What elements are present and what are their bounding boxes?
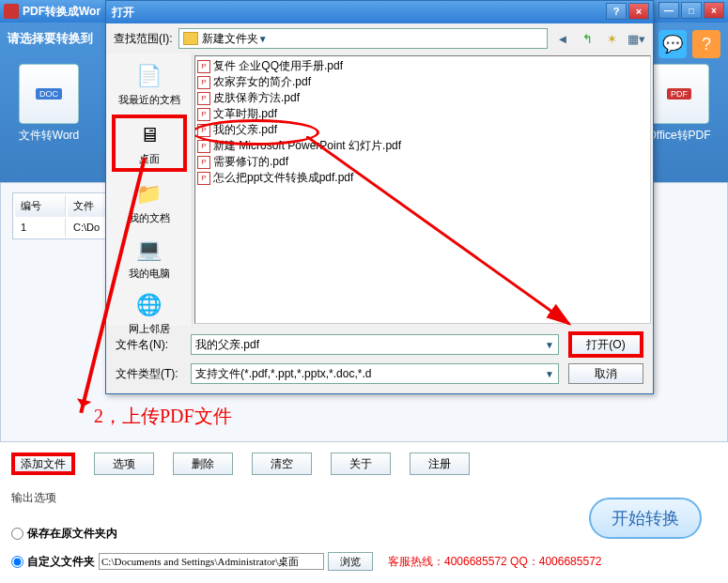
open-button[interactable]: 打开(O) (568, 331, 643, 358)
options-button[interactable]: 选项 (94, 453, 154, 475)
list-item[interactable]: P复件 企业QQ使用手册.pdf (197, 58, 648, 74)
pdf-icon: P (197, 60, 210, 73)
pdf-icon: P (197, 140, 210, 153)
col-file[interactable]: 文件 (68, 195, 106, 217)
pdf-icon: P (197, 92, 210, 105)
place-recent[interactable]: 📄我最近的文档 (112, 59, 187, 109)
add-file-button[interactable]: 添加文件 (11, 453, 75, 475)
chevron-down-icon: ▼ (545, 340, 554, 350)
list-item-selected[interactable]: P我的父亲.pdf (197, 122, 648, 138)
place-network[interactable]: 🌐网上邻居 (112, 288, 187, 338)
list-item[interactable]: P农家弃女的简介.pdf (197, 74, 648, 90)
mydocs-icon: 📁 (132, 179, 166, 209)
list-item[interactable]: P需要修订的.pdf (197, 154, 648, 170)
filename-label: 文件名(N): (116, 337, 181, 353)
recent-icon: 📄 (132, 61, 166, 91)
list-item[interactable]: P怎么把ppt文件转换成pdf.pdf (197, 170, 648, 186)
radio-same-folder-label: 保存在原文件夹内 (27, 526, 117, 542)
about-button[interactable]: 关于 (331, 453, 391, 475)
register-button[interactable]: 注册 (410, 453, 470, 475)
radio-custom-folder[interactable] (11, 556, 23, 568)
dialog-close-button[interactable]: × (628, 3, 649, 20)
chevron-down-icon: ▼ (258, 34, 268, 44)
desktop-icon: 🖥 (132, 120, 166, 150)
cancel-button[interactable]: 取消 (568, 363, 643, 384)
col-num[interactable]: 编号 (15, 195, 66, 217)
radio-same-folder[interactable] (11, 528, 23, 540)
lookin-label: 查找范围(I): (114, 31, 173, 47)
new-folder-icon[interactable]: ✶ (602, 29, 621, 48)
tile-word[interactable]: DOC 文件转Word (8, 64, 90, 144)
browse-button[interactable]: 浏览 (328, 552, 373, 571)
chevron-down-icon: ▼ (545, 369, 554, 379)
filetype-combo[interactable]: 支持文件(*.pdf,*.ppt,*.pptx,*.doc,*.d▼ (191, 363, 559, 384)
app-icon (4, 4, 19, 19)
up-icon[interactable]: ↰ (578, 29, 596, 48)
file-list[interactable]: P复件 企业QQ使用手册.pdf P农家弃女的简介.pdf P皮肤保养方法.pd… (194, 55, 651, 324)
table-header-row: 编号 文件 (15, 195, 106, 217)
pdf-icon: P (197, 124, 210, 137)
views-icon[interactable]: ▦▾ (627, 29, 645, 48)
delete-button[interactable]: 删除 (173, 453, 233, 475)
path-input[interactable] (99, 553, 324, 570)
minimize-button[interactable]: — (658, 2, 679, 19)
filetype-label: 文件类型(T): (116, 366, 181, 382)
help-icon[interactable]: ? (692, 30, 720, 58)
list-item[interactable]: P新建 Microsoft PowerPoint 幻灯片.pdf (197, 138, 648, 154)
dialog-title: 打开 (112, 5, 134, 21)
pdf-icon: P (197, 108, 210, 121)
pdf-icon: P (197, 76, 210, 89)
place-desktop[interactable]: 🖥桌面 (112, 115, 187, 172)
place-mycomputer[interactable]: 💻我的电脑 (112, 233, 187, 283)
pdf-icon: P (197, 172, 210, 185)
table-row[interactable]: 1 C:\Do (15, 219, 106, 237)
chat-icon[interactable]: 💬 (658, 30, 687, 58)
mycomputer-icon: 💻 (132, 235, 166, 265)
hotline-text: 客服热线：4006685572 QQ：4006685572 (388, 554, 601, 570)
close-button[interactable]: × (704, 2, 724, 19)
filename-combo[interactable]: 我的父亲.pdf▼ (191, 334, 559, 355)
open-dialog: 打开 ? × 查找范围(I): 新建文件夹 ▼ ◄ ↰ ✶ ▦▾ 📄我最近的文档… (105, 0, 654, 394)
back-icon[interactable]: ◄ (553, 29, 572, 48)
start-convert-button[interactable]: 开始转换 (589, 498, 702, 539)
annotation-text: 2，上传PDF文件 (94, 404, 232, 429)
app-title: PDF转换成Wor (23, 4, 101, 20)
dialog-toolbar: 查找范围(I): 新建文件夹 ▼ ◄ ↰ ✶ ▦▾ (106, 23, 653, 54)
network-icon: 🌐 (132, 290, 166, 320)
dialog-titlebar: 打开 ? × (106, 1, 653, 23)
place-mydocs[interactable]: 📁我的文档 (112, 177, 187, 227)
list-item[interactable]: P文革时期.pdf (197, 106, 648, 122)
output-options-label: 输出选项 (11, 490, 56, 506)
file-table: 编号 文件 1 C:\Do (12, 192, 109, 239)
radio-custom-folder-label: 自定义文件夹 (27, 554, 95, 570)
pdf-icon: P (197, 156, 210, 169)
clear-button[interactable]: 清空 (252, 453, 312, 475)
places-bar: 📄我最近的文档 🖥桌面 📁我的文档 💻我的电脑 🌐网上邻居 (106, 54, 193, 326)
list-item[interactable]: P皮肤保养方法.pdf (197, 90, 648, 106)
lookin-combo[interactable]: 新建文件夹 ▼ (178, 28, 548, 49)
dialog-help-button[interactable]: ? (606, 3, 627, 20)
folder-icon (183, 32, 198, 45)
maximize-button[interactable]: □ (681, 2, 702, 19)
